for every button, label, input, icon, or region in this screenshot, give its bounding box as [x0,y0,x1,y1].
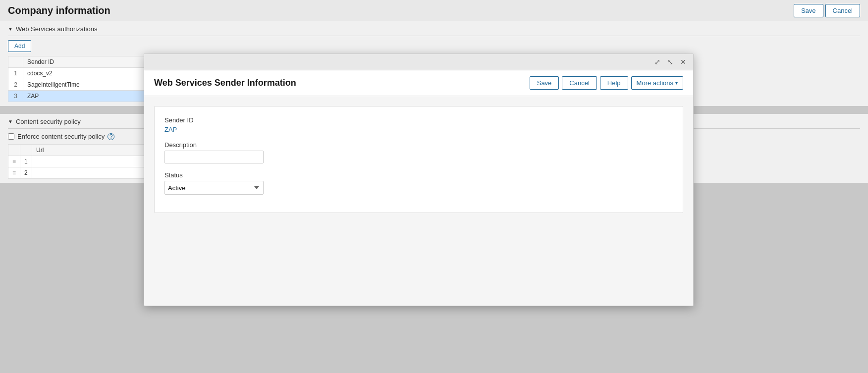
help-icon: ? [108,133,114,140]
status-field: Status ActiveInactive [164,171,673,195]
enforce-checkbox[interactable] [8,133,14,140]
description-label: Description [164,141,673,149]
modal-body: Sender ID ZAP Description Status ActiveI… [144,96,693,306]
chevron-down-icon-3: ▾ [675,80,678,86]
sender-id-column-header: Sender ID [23,56,147,68]
content-security-label: Content security policy [16,118,81,125]
close-button[interactable]: ✕ [678,57,688,67]
close-icon: ✕ [680,58,686,66]
url-cell [32,156,147,167]
modal-save-button[interactable]: Save [530,76,559,90]
senders-table: Sender ID 1 cdocs_v2 2 SageIntelligentTi… [8,56,147,102]
sender-id-cell: cdocs_v2 [23,68,147,79]
list-item[interactable]: ≡ 1 [8,156,147,167]
modal-header-buttons: Save Cancel Help More actions ▾ [530,76,683,90]
header-buttons: Save Cancel [794,4,860,17]
url-column-header: Url [32,145,147,156]
page-header: Company information Save Cancel [0,0,868,21]
table-row[interactable]: 2 SageIntelligentTime [8,79,147,91]
chevron-down-icon: ▼ [8,26,13,32]
page-title: Company information [8,5,110,16]
sender-id-cell: ZAP [23,91,147,102]
modal-more-actions-button[interactable]: More actions ▾ [631,76,683,90]
open-external-button[interactable]: ⤢ [652,57,662,67]
drag-handle: ≡ [8,167,20,179]
row-index: 1 [8,68,23,79]
row-index: 3 [8,91,23,102]
page-cancel-button[interactable]: Cancel [825,4,860,17]
chevron-down-icon-2: ▼ [8,119,13,124]
modal-topbar: ⤢ ⤡ ✕ [144,54,693,70]
modal-dialog: ⤢ ⤡ ✕ Web Services Sender Information Sa… [144,53,694,306]
drag-handle: ≡ [8,156,20,167]
index-column-header [8,56,23,68]
list-item[interactable]: ≡ 2 [8,167,147,179]
sender-id-cell: SageIntelligentTime [23,79,147,91]
url-cell [32,167,147,179]
enforce-label-text: Enforce content security policy [17,133,105,140]
table-row[interactable]: 3 ZAP [8,91,147,102]
sender-id-field: Sender ID ZAP [164,116,673,133]
web-services-section-label: Web Services authorizations [16,25,98,33]
more-actions-label: More actions [637,79,673,87]
table-row[interactable]: 1 cdocs_v2 [8,68,147,79]
url-index-column-header [20,145,32,156]
url-index: 1 [20,156,32,167]
drag-column-header [8,145,20,156]
status-select[interactable]: ActiveInactive [164,181,264,195]
modal-help-button[interactable]: Help [600,76,628,90]
add-sender-button[interactable]: Add [8,40,31,52]
sender-id-label: Sender ID [164,116,673,124]
modal-title: Web Services Sender Information [154,78,296,88]
form-card: Sender ID ZAP Description Status ActiveI… [154,106,683,213]
description-field: Description [164,141,673,163]
page-save-button[interactable]: Save [794,4,823,17]
modal-header: Web Services Sender Information Save Can… [144,70,693,96]
modal-cancel-button[interactable]: Cancel [562,76,597,90]
maximize-icon: ⤡ [667,58,673,66]
row-index: 2 [8,79,23,91]
sender-id-value: ZAP [164,126,177,133]
url-table: Url ≡ 1 ≡ 2 [8,144,147,179]
open-external-icon: ⤢ [654,58,660,66]
maximize-button[interactable]: ⤡ [665,57,675,67]
status-label: Status [164,171,673,179]
description-input[interactable] [164,151,264,163]
url-index: 2 [20,167,32,179]
web-services-section-header: ▼ Web Services authorizations [8,25,860,36]
